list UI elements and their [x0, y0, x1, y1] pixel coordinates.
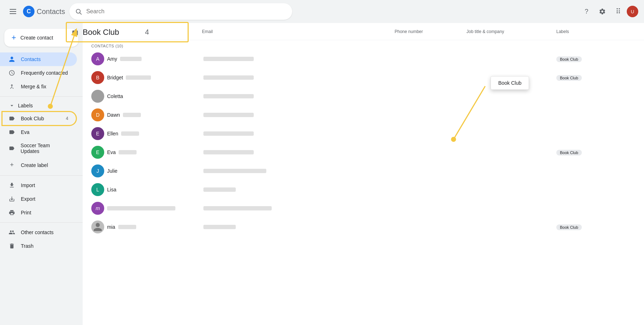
- help-button[interactable]: ?: [579, 4, 594, 19]
- sidebar-other-contacts-label: Other contacts: [21, 229, 54, 235]
- sidebar-trash-label: Trash: [21, 243, 33, 249]
- avatar-margaret: m: [91, 202, 104, 215]
- export-icon: [9, 196, 15, 202]
- search-bar[interactable]: [69, 3, 292, 20]
- plus-icon: +: [12, 34, 16, 42]
- avatar-amy: A: [91, 52, 104, 65]
- avatar-coletta: [91, 90, 104, 103]
- contact-row-lisa[interactable]: L Lisa: [83, 180, 644, 199]
- contact-email-eva: [203, 150, 395, 154]
- person-icon: [9, 56, 15, 62]
- contact-name-coletta: Coletta: [107, 93, 203, 99]
- contact-labels-mia: Book Club: [556, 224, 621, 230]
- label-chip-book-club: Book Club: [556, 56, 582, 62]
- contacts-count: CONTACTS (10): [83, 40, 644, 50]
- sidebar-export-label: Export: [21, 196, 35, 202]
- contact-name-lisa: Lisa: [107, 187, 203, 192]
- sidebar-item-import[interactable]: Import: [0, 178, 77, 192]
- contact-row-eva[interactable]: E Eva Book Club: [83, 143, 644, 162]
- content-area: Email Phone number Job title & company L…: [83, 23, 644, 325]
- search-input[interactable]: [86, 8, 286, 15]
- sidebar-item-trash[interactable]: Trash: [0, 239, 77, 253]
- contact-name-julie: Julie: [107, 168, 203, 174]
- avatar-mia: [91, 220, 104, 233]
- sidebar-item-other-contacts[interactable]: Other contacts: [0, 226, 77, 239]
- avatar-ellen: E: [91, 127, 104, 140]
- sidebar-item-book-club[interactable]: Book Club 4: [0, 112, 77, 125]
- sidebar-print-label: Print: [21, 210, 31, 215]
- search-icon: [75, 8, 82, 15]
- import-icon: [9, 182, 15, 189]
- contact-name-ellen: Ellen: [107, 131, 203, 136]
- sidebar-item-merge[interactable]: Merge & fix: [0, 80, 77, 93]
- label-icon: [9, 115, 15, 122]
- contact-name-mia: mia: [107, 224, 203, 230]
- avatar-dawn: D: [91, 108, 104, 121]
- contact-name-bridget: Bridget: [107, 75, 203, 80]
- sidebar-book-club-count: 4: [66, 116, 68, 121]
- contact-email-margaret: [203, 206, 395, 210]
- contact-checkbox-area: A: [91, 52, 104, 65]
- clock-icon: [9, 70, 15, 76]
- contact-row-dawn[interactable]: D Dawn: [83, 106, 644, 124]
- contact-row-margaret[interactable]: m: [83, 199, 644, 218]
- contact-labels-amy: Book Club: [556, 56, 621, 62]
- contact-row-mia[interactable]: mia Book Club: [83, 218, 644, 236]
- print-icon: [9, 209, 15, 216]
- sidebar-frequently-label: Frequently contacted: [21, 70, 68, 76]
- contact-labels-bridget: Book Club: [556, 75, 621, 80]
- contact-row-coletta[interactable]: Coletta: [83, 87, 644, 106]
- sidebar-item-frequently[interactable]: Frequently contacted: [0, 66, 77, 80]
- avatar-lisa: L: [91, 183, 104, 196]
- sidebar-item-eva[interactable]: Eva: [0, 125, 77, 139]
- contact-email-bridget: [203, 75, 395, 80]
- contact-labels-eva: Book Club: [556, 149, 621, 155]
- contact-email-julie: [203, 169, 395, 173]
- sidebar-item-soccer[interactable]: Soccer Team Updates: [0, 139, 77, 158]
- col-phone-header: Phone number: [395, 29, 466, 34]
- merge-icon: [9, 83, 15, 90]
- sidebar-item-print[interactable]: Print: [0, 206, 77, 219]
- svg-line-4: [80, 13, 81, 14]
- contact-email-coletta: [203, 94, 395, 98]
- col-email-header: Email: [202, 29, 395, 34]
- create-contact-label: Create contact: [20, 35, 53, 41]
- apps-button[interactable]: ⠿: [611, 4, 625, 19]
- sidebar-import-label: Import: [21, 182, 35, 188]
- contact-row-ellen[interactable]: E Ellen: [83, 124, 644, 143]
- sidebar-merge-label: Merge & fix: [21, 84, 46, 89]
- sidebar-book-club-label: Book Club: [21, 116, 44, 121]
- avatar-bridget: B: [91, 71, 104, 84]
- contact-row-amy[interactable]: A Amy Book Club: [83, 50, 644, 68]
- contact-email-dawn: [203, 113, 395, 117]
- contact-row-julie[interactable]: J Julie: [83, 162, 644, 180]
- menu-icon[interactable]: [6, 4, 20, 19]
- sidebar-eva-label: Eva: [21, 129, 29, 135]
- label-icon-soccer: [9, 145, 15, 152]
- col-job-header: Job title & company: [466, 29, 556, 34]
- contact-name-dawn: Dawn: [107, 112, 203, 118]
- create-contact-button[interactable]: + Create contact: [4, 29, 78, 47]
- chevron-down-icon: [9, 102, 15, 109]
- labels-header-text: Labels: [18, 103, 33, 108]
- settings-button[interactable]: [595, 4, 610, 19]
- label-icon-eva: [9, 129, 15, 135]
- sidebar-soccer-label: Soccer Team Updates: [20, 143, 68, 154]
- col-labels-header: Labels: [556, 29, 621, 34]
- contact-name-margaret: [107, 206, 203, 210]
- contacts-list: A Amy Book Club B: [83, 50, 644, 325]
- sidebar-item-export[interactable]: Export: [0, 192, 77, 206]
- user-avatar[interactable]: U: [627, 6, 638, 17]
- sidebar-item-contacts[interactable]: Contacts: [0, 52, 77, 66]
- contact-row-bridget[interactable]: B Bridget Book Club: [83, 68, 644, 87]
- contact-email-amy: [203, 57, 395, 61]
- labels-section-header[interactable]: Labels: [0, 99, 83, 112]
- contact-name-amy: Amy: [107, 56, 203, 62]
- column-headers: Email Phone number Job title & company L…: [83, 23, 644, 40]
- contact-name-eva: Eva: [107, 149, 203, 155]
- plus-label-icon: +: [9, 161, 15, 169]
- create-label-button[interactable]: + Create label: [0, 158, 83, 172]
- contact-email-ellen: [203, 131, 395, 136]
- app-name: Contacts: [37, 8, 65, 16]
- other-contacts-icon: [9, 229, 15, 236]
